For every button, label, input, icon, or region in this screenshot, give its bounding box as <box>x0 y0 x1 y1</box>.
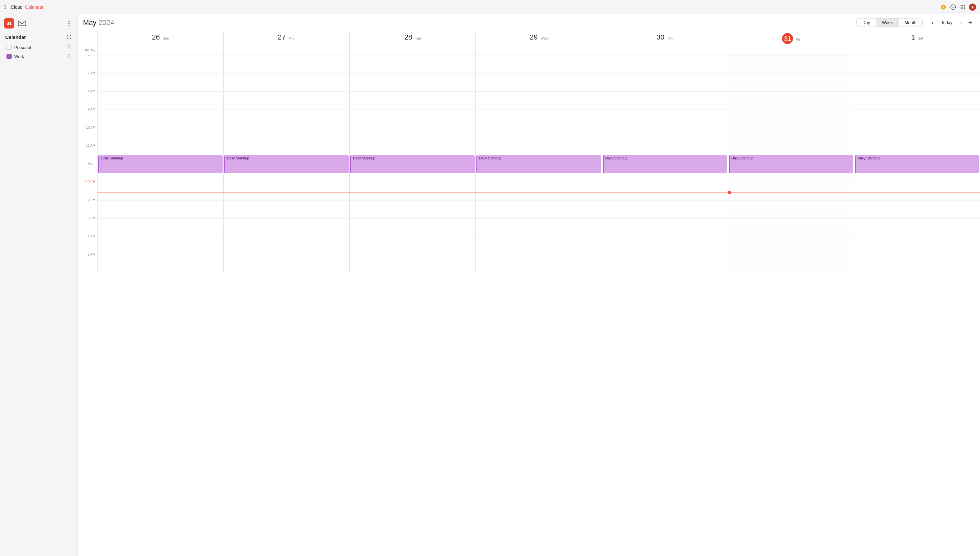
new-event-button[interactable]: + <box>966 18 975 27</box>
personal-label: Personal <box>14 45 66 50</box>
event-standup-sat[interactable]: Daily Standup <box>855 155 979 173</box>
calendar-header: May 2024 Day Week Month ‹ Today › + <box>78 14 980 31</box>
work-label: Work <box>14 54 66 59</box>
event-standup-sun[interactable]: Daily Standup <box>98 155 223 173</box>
all-day-cell-thu[interactable] <box>602 46 728 55</box>
week-view-button[interactable]: Week <box>876 18 899 27</box>
all-day-cell-fri[interactable] <box>728 46 854 55</box>
sidebar-header: Calendar <box>0 32 78 43</box>
work-person-icon <box>66 53 72 59</box>
event-label: Daily Standup <box>731 156 754 160</box>
work-checkbox[interactable] <box>6 54 12 59</box>
calendar-title: May 2024 <box>83 18 115 27</box>
all-day-cell-sun[interactable] <box>97 46 223 55</box>
add-icon[interactable] <box>949 3 957 11</box>
svg-text:!: ! <box>943 5 944 9</box>
time-4pm: 4 PM <box>78 234 97 253</box>
time-grid-inner: 6 AM 7 AM 8 AM 9 AM 10 AM 11 AM Noon 1:1… <box>78 55 980 273</box>
time-5pm: 5 PM <box>78 253 97 271</box>
day-num-27: 27 <box>278 33 286 41</box>
personal-person-icon <box>66 44 72 50</box>
icloud-label: iCloud <box>10 5 23 10</box>
all-day-cell-mon[interactable] <box>223 46 349 55</box>
svg-point-16 <box>69 23 70 24</box>
month-view-button[interactable]: Month <box>899 18 922 27</box>
notification-icon[interactable]: ! <box>940 3 947 11</box>
top-bar:  iCloud Calendar ! A <box>0 0 980 14</box>
event-standup-mon[interactable]: Daily Standup <box>224 155 349 173</box>
time-grid[interactable]: 6 AM 7 AM 8 AM 9 AM 10 AM 11 AM Noon 1:1… <box>78 55 980 556</box>
days-header: 26 Sun 27 Mon 28 Tue 29 Wed 30 Thu 31 Fr… <box>78 31 980 46</box>
svg-rect-10 <box>964 6 965 8</box>
all-day-label: All Day <box>78 46 97 55</box>
apple-logo:  <box>4 4 6 10</box>
event-label: Daily Standup <box>479 156 501 160</box>
day-col-tue[interactable]: Daily Standup <box>349 55 475 273</box>
day-header-fri: 31 Fri <box>728 31 854 46</box>
time-gutter-header <box>78 31 97 46</box>
day-header-tue: 28 Tue <box>349 31 475 46</box>
mail-app-icon[interactable] <box>17 18 27 29</box>
day-col-sun[interactable]: Daily Standup <box>97 55 223 273</box>
event-standup-tue[interactable]: Daily Standup <box>350 155 475 173</box>
day-name-wed: Wed <box>540 36 548 40</box>
next-button[interactable]: › <box>959 18 963 27</box>
time-9am: 9 AM <box>78 108 97 126</box>
all-day-cell-tue[interactable] <box>349 46 475 55</box>
time-3pm: 3 PM <box>78 217 97 234</box>
day-num-30: 30 <box>657 33 665 41</box>
all-day-row: All Day <box>78 46 980 55</box>
svg-rect-9 <box>962 6 964 8</box>
svg-rect-13 <box>964 8 965 9</box>
event-label: Daily Standup <box>605 156 628 160</box>
day-num-31: 31 <box>782 33 793 44</box>
grid-icon[interactable] <box>959 3 966 11</box>
calendar-nav: ‹ Today › + <box>930 18 975 27</box>
today-button[interactable]: Today <box>937 19 956 26</box>
svg-point-15 <box>69 21 70 22</box>
add-calendar-button[interactable] <box>66 34 72 40</box>
time-7am: 7 AM <box>78 71 97 89</box>
event-label: Daily Standup <box>353 156 375 160</box>
sidebar-action-icon[interactable] <box>65 19 74 28</box>
calendar-app-icon[interactable]: 31 <box>4 18 14 29</box>
svg-rect-11 <box>961 8 962 9</box>
personal-checkbox[interactable] <box>6 45 12 50</box>
day-name-fri: Fri <box>796 37 800 42</box>
time-10am: 10 AM <box>78 126 97 144</box>
day-name-sun: Sun <box>163 36 169 40</box>
calendar-item-work[interactable]: Work <box>1 52 76 61</box>
day-view-button[interactable]: Day <box>857 18 876 27</box>
prev-button[interactable]: ‹ <box>930 18 935 27</box>
event-label: Daily Standup <box>857 156 880 160</box>
day-num-26: 26 <box>152 33 160 41</box>
time-8am: 8 AM <box>78 89 97 108</box>
sidebar-title: Calendar <box>5 34 26 40</box>
day-col-sat[interactable]: Daily Standup <box>854 55 980 273</box>
event-standup-wed[interactable]: Daily Standup <box>476 155 601 173</box>
month-label: May <box>83 18 97 27</box>
calendar-app-label: Calendar <box>25 5 44 10</box>
time-noon: Noon <box>78 162 97 180</box>
day-col-wed[interactable]: Daily Standup <box>475 55 602 273</box>
time-11am: 11 AM <box>78 144 97 162</box>
all-day-cell-sat[interactable] <box>854 46 980 55</box>
day-col-mon[interactable]: Daily Standup <box>223 55 349 273</box>
sidebar: 31 Calendar <box>0 14 78 556</box>
day-header-sun: 26 Sun <box>97 31 223 46</box>
day-num-29: 29 <box>530 33 538 41</box>
all-day-cell-wed[interactable] <box>475 46 602 55</box>
user-avatar[interactable]: A <box>969 3 976 11</box>
event-standup-thu[interactable]: Daily Standup <box>603 155 727 173</box>
view-switcher: Day Week Month <box>856 18 922 27</box>
sidebar-app-icons: 31 <box>0 18 78 29</box>
time-1pm: 1:10 PM <box>78 180 97 198</box>
day-col-thu[interactable]: Daily Standup <box>602 55 728 273</box>
day-header-sat: 1 Sat <box>854 31 980 46</box>
svg-point-22 <box>68 55 70 56</box>
calendar-item-personal[interactable]: Personal <box>1 43 76 52</box>
event-standup-fri[interactable]: Daily Standup <box>729 155 853 173</box>
svg-point-17 <box>69 25 70 26</box>
day-col-fri[interactable]: Daily Standup <box>728 55 854 273</box>
svg-rect-5 <box>961 5 962 6</box>
